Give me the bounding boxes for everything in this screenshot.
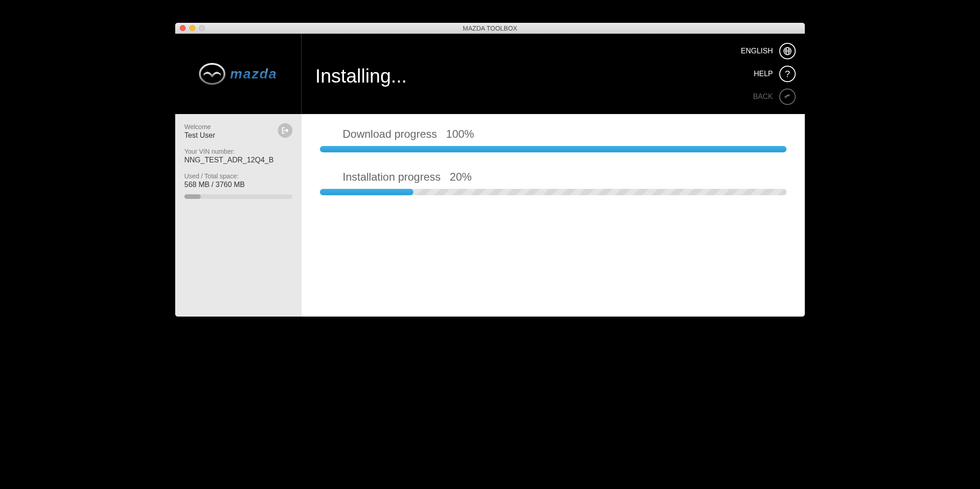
download-progress-label: Download progress bbox=[343, 128, 437, 140]
space-section: Used / Total space: 568 MB / 3760 MB bbox=[184, 172, 292, 199]
titlebar[interactable]: MAZDA TOOLBOX bbox=[175, 23, 805, 34]
window-title: MAZDA TOOLBOX bbox=[175, 25, 805, 32]
logo-text: mazda bbox=[230, 66, 277, 82]
storage-bar bbox=[184, 194, 292, 199]
logout-icon bbox=[281, 126, 289, 135]
globe-icon bbox=[779, 43, 796, 59]
download-progress-percent: 100% bbox=[446, 128, 474, 140]
space-label: Used / Total space: bbox=[184, 172, 292, 180]
installation-progress-percent: 20% bbox=[450, 171, 472, 183]
storage-fill bbox=[184, 194, 201, 199]
logout-button[interactable] bbox=[278, 123, 292, 138]
installation-progress-bar bbox=[320, 189, 787, 195]
help-button[interactable]: HELP ? bbox=[754, 66, 796, 82]
welcome-label: Welcome bbox=[184, 123, 215, 130]
sidebar: Welcome Test User Your VIN number: NNG_T… bbox=[175, 114, 302, 317]
vin-label: Your VIN number: bbox=[184, 148, 292, 155]
back-arrow-icon bbox=[779, 88, 796, 105]
vin-value: NNG_TEST_ADR_12Q4_B bbox=[184, 156, 292, 164]
welcome-section: Welcome Test User bbox=[184, 123, 292, 140]
app-window: MAZDA TOOLBOX mazda bbox=[175, 23, 805, 317]
mazda-logo: mazda bbox=[199, 63, 277, 85]
user-name: Test User bbox=[184, 131, 215, 140]
mazda-emblem-icon bbox=[199, 63, 225, 85]
traffic-lights bbox=[175, 25, 205, 31]
question-icon: ? bbox=[779, 66, 796, 82]
installation-progress-fill bbox=[320, 189, 413, 195]
main-content: Download progress 100% Installation prog… bbox=[302, 114, 805, 317]
back-label: BACK bbox=[753, 93, 773, 101]
app-header: mazda Installing... ENGLISH bbox=[175, 34, 805, 114]
installation-progress-section: Installation progress 20% bbox=[320, 171, 787, 195]
app-body: Welcome Test User Your VIN number: NNG_T… bbox=[175, 114, 805, 317]
logo-area: mazda bbox=[175, 34, 302, 114]
page-title: Installing... bbox=[315, 65, 407, 87]
help-label: HELP bbox=[754, 70, 773, 78]
download-progress-fill bbox=[320, 146, 787, 152]
download-progress-section: Download progress 100% bbox=[320, 128, 787, 152]
close-window-button[interactable] bbox=[180, 25, 186, 31]
installation-progress-label: Installation progress bbox=[343, 171, 441, 183]
language-button[interactable]: ENGLISH bbox=[741, 43, 796, 59]
header-controls: ENGLISH HELP ? bbox=[741, 34, 796, 114]
language-label: ENGLISH bbox=[741, 47, 773, 55]
back-button: BACK bbox=[753, 88, 796, 105]
space-value: 568 MB / 3760 MB bbox=[184, 181, 292, 189]
download-progress-bar bbox=[320, 146, 787, 152]
minimize-window-button[interactable] bbox=[189, 25, 195, 31]
maximize-window-button bbox=[199, 25, 205, 31]
vin-section: Your VIN number: NNG_TEST_ADR_12Q4_B bbox=[184, 148, 292, 164]
header-main: Installing... ENGLISH H bbox=[302, 34, 805, 114]
